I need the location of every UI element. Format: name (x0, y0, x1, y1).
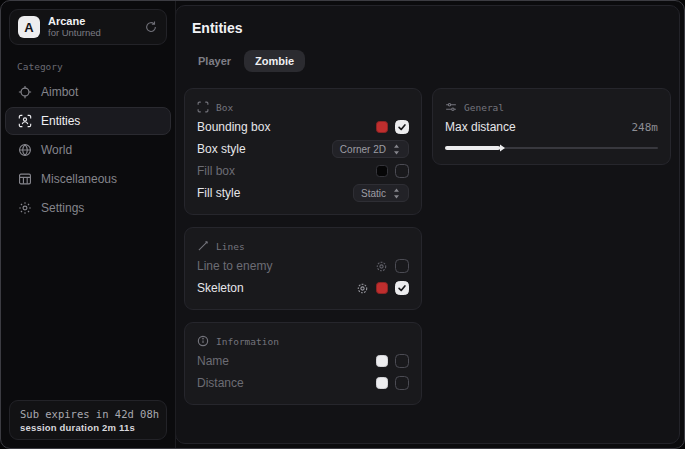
bounding-box-color-swatch[interactable] (376, 121, 388, 133)
bounding-box-row: Bounding box (197, 116, 409, 138)
line-to-enemy-row: Line to enemy (197, 255, 409, 277)
max-distance-value: 248m (632, 121, 659, 134)
fill-style-row: Fill style Static (197, 182, 409, 204)
distance-color-swatch[interactable] (376, 377, 388, 389)
sidebar-item-entities[interactable]: Entities (5, 107, 171, 135)
category-label: Category (17, 61, 175, 72)
card-title: Lines (216, 241, 245, 252)
chevron-updown-icon (392, 144, 401, 155)
fill-box-label: Fill box (197, 164, 368, 178)
sidebar-item-miscellaneous[interactable]: Miscellaneous (5, 165, 171, 193)
fill-style-label: Fill style (197, 186, 345, 200)
max-distance-slider[interactable] (445, 142, 658, 154)
sub-expiry-text: Sub expires in 42d 08h (20, 408, 156, 420)
app-window: A Arcane for Unturned Category Aimbot (0, 0, 685, 449)
distance-checkbox[interactable] (395, 376, 409, 390)
slider-fill (445, 146, 500, 150)
subscription-card: Sub expires in 42d 08h session duration … (9, 400, 167, 440)
fill-style-dropdown[interactable]: Static (353, 184, 409, 202)
slider-thumb-arrow-icon[interactable] (496, 143, 506, 153)
line-to-enemy-checkbox[interactable] (395, 259, 409, 273)
card-title: Information (216, 336, 279, 347)
chevron-updown-icon (392, 188, 401, 199)
fill-box-color-swatch[interactable] (376, 165, 388, 177)
table-icon (18, 172, 32, 186)
distance-row: Distance (197, 372, 409, 394)
pencil-line-icon (197, 240, 209, 252)
fill-box-row: Fill box (197, 160, 409, 182)
name-color-swatch[interactable] (376, 355, 388, 367)
box-style-row: Box style Corner 2D (197, 138, 409, 160)
max-distance-row: Max distance 248m (445, 116, 658, 138)
sidebar: A Arcane for Unturned Category Aimbot (1, 1, 176, 448)
brand-logo: A (18, 16, 40, 38)
brand-card: A Arcane for Unturned (9, 9, 167, 45)
sidebar-nav: Aimbot Entities World Miscellaneous (1, 78, 175, 222)
sidebar-item-aimbot[interactable]: Aimbot (5, 78, 171, 106)
info-icon (197, 335, 209, 347)
fill-style-value: Static (361, 188, 386, 199)
information-card: Information Name Distance (184, 322, 422, 405)
box-style-label: Box style (197, 142, 324, 156)
card-title: General (464, 102, 504, 113)
brand-subtitle: for Unturned (48, 28, 136, 39)
skeleton-row: Skeleton (197, 277, 409, 299)
skeleton-label: Skeleton (197, 281, 348, 295)
tab-zombie[interactable]: Zombie (244, 50, 305, 72)
page-title: Entities (192, 20, 671, 36)
name-checkbox[interactable] (395, 354, 409, 368)
bounding-box-label: Bounding box (197, 120, 368, 134)
bounding-box-checkbox[interactable] (395, 120, 409, 134)
max-distance-label: Max distance (445, 120, 624, 134)
skeleton-color-swatch[interactable] (376, 282, 388, 294)
globe-icon (18, 143, 32, 157)
main-panel: Entities Player Zombie Box Bounding box (175, 5, 680, 444)
session-duration-text: session duration 2m 11s (20, 422, 156, 433)
line-to-enemy-label: Line to enemy (197, 259, 367, 273)
entity-tabs: Player Zombie (187, 50, 671, 72)
sidebar-item-label: World (41, 143, 72, 157)
sidebar-item-label: Miscellaneous (41, 172, 117, 186)
lines-card: Lines Line to enemy Skeleton (184, 227, 422, 310)
sidebar-item-label: Settings (41, 201, 84, 215)
gear-icon (18, 201, 32, 215)
sidebar-item-settings[interactable]: Settings (5, 194, 171, 222)
card-title: Box (216, 102, 233, 113)
distance-label: Distance (197, 376, 368, 390)
box-style-value: Corner 2D (340, 144, 386, 155)
tab-player[interactable]: Player (187, 50, 242, 72)
skeleton-checkbox[interactable] (395, 281, 409, 295)
fill-box-checkbox[interactable] (395, 164, 409, 178)
box-card: Box Bounding box Box style (184, 88, 422, 215)
scan-person-icon (18, 114, 32, 128)
name-label: Name (197, 354, 368, 368)
sliders-icon (445, 101, 457, 113)
sidebar-item-label: Aimbot (41, 85, 78, 99)
box-corners-icon (197, 101, 209, 113)
crosshair-icon (18, 85, 32, 99)
box-style-dropdown[interactable]: Corner 2D (332, 140, 409, 158)
sidebar-item-world[interactable]: World (5, 136, 171, 164)
name-row: Name (197, 350, 409, 372)
sidebar-item-label: Entities (41, 114, 80, 128)
general-card: General Max distance 248m (432, 88, 671, 165)
brand-name: Arcane (48, 15, 136, 28)
line-settings-gear-icon[interactable] (375, 260, 388, 273)
skeleton-settings-gear-icon[interactable] (356, 282, 369, 295)
refresh-icon[interactable] (144, 20, 158, 34)
